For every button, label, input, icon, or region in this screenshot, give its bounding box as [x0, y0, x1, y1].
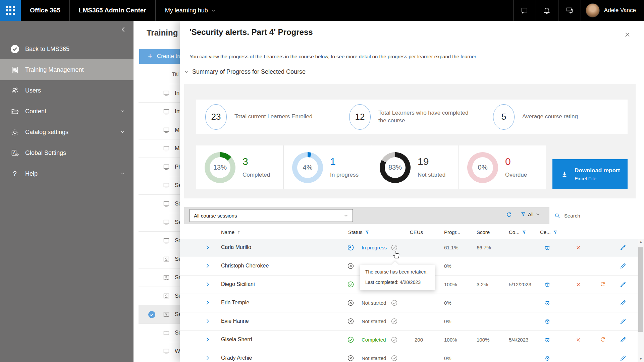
cell-completed-date: 5/4/2023 [509, 337, 528, 343]
top-bar: Office 365 LMS365 Admin Center My learni… [0, 0, 644, 21]
column-progress[interactable]: Progr... [444, 229, 460, 235]
edit-pencil-icon[interactable] [619, 355, 627, 362]
mark-completed-toggle-icon[interactable] [390, 354, 398, 362]
remove-x-icon[interactable] [575, 244, 582, 251]
learner-name: Evie Hanne [221, 318, 249, 324]
table-header: Name Status CEUs Progr... Score Co... Ce… [180, 227, 638, 239]
tooltip-line-2: Last completed: 4/28/2023 [365, 280, 430, 285]
sidebar-item-training-management[interactable]: Training Management [0, 59, 133, 80]
sidebar-item-help[interactable]: ? Help [0, 163, 133, 184]
column-status[interactable]: Status [348, 229, 370, 235]
view-progress-eye-icon[interactable] [544, 355, 551, 362]
stat-card-total-current-learners-enrolled: 23 Total current Learners Enrolled [196, 100, 340, 134]
vertical-scrollbar[interactable]: ▲ ▼ [638, 239, 644, 362]
cell-progress: 61.1% [444, 245, 459, 250]
mark-completed-toggle-icon[interactable] [390, 299, 398, 307]
course-sessions-dropdown[interactable]: All course sessions [190, 209, 353, 222]
sidebar-item-global-settings[interactable]: A Global Settings [0, 142, 133, 163]
filter-funnel-icon [520, 211, 526, 217]
row-expander-chevron-icon[interactable] [204, 299, 211, 306]
edit-pencil-icon[interactable] [619, 244, 627, 251]
stat-label: Total Learners who have completed the co… [378, 109, 472, 124]
remove-x-icon[interactable] [575, 337, 582, 343]
view-progress-eye-icon[interactable] [544, 336, 551, 344]
sidebar-item-users[interactable]: Users [0, 80, 133, 101]
row-expander-chevron-icon[interactable] [204, 318, 211, 324]
download-report-button[interactable]: Download report Excel File [552, 159, 628, 189]
retaken-tooltip: The course has been retaken. Last comple… [360, 265, 435, 290]
retake-redo-icon[interactable] [599, 336, 606, 343]
edit-pencil-icon[interactable] [619, 262, 627, 270]
learner-row-grady-archie[interactable]: Grady Archie Not started0% [180, 349, 638, 362]
donut-count: 0 [505, 157, 527, 167]
sidebar-item-back-to-lms365[interactable]: Back to LMS365 [0, 39, 133, 59]
column-name[interactable]: Name [221, 229, 241, 235]
chat-button[interactable] [514, 0, 536, 21]
monitor-icon [162, 181, 170, 189]
summary-panel: 23 Total current Learners Enrolled 12 To… [184, 84, 636, 198]
donut-label: In progress [330, 172, 359, 178]
remove-x-icon[interactable] [575, 281, 582, 288]
office-365-link[interactable]: Office 365 [21, 7, 69, 14]
modal-description: You can view the progress of the Learner… [190, 54, 477, 59]
cell-ceus: 200 [394, 337, 423, 343]
edit-pencil-icon[interactable] [619, 299, 627, 307]
chevron-down-icon [120, 130, 125, 134]
view-progress-eye-icon[interactable] [544, 244, 551, 251]
sidebar-item-catalog-settings[interactable]: Catalog settings [0, 122, 133, 142]
column-ceus[interactable]: CEUs [394, 229, 423, 235]
row-expander-chevron-icon[interactable] [204, 262, 211, 269]
filter-funnel-icon[interactable] [365, 230, 370, 235]
learner-row-evie-hanne[interactable]: Evie Hanne Not started0% [180, 312, 638, 331]
retake-redo-icon[interactable] [599, 281, 606, 288]
donut-percent: 4% [303, 164, 313, 171]
refresh-button[interactable] [505, 212, 513, 219]
donut-percent: 83% [388, 164, 402, 171]
column-header-title: Titl [172, 71, 178, 77]
summary-expander[interactable]: Summary of Progress for Selected Course [184, 68, 306, 75]
view-progress-eye-icon[interactable] [544, 281, 551, 288]
search-box [549, 207, 644, 224]
filter-funnel-icon[interactable] [522, 230, 527, 235]
filter-funnel-icon[interactable] [553, 230, 558, 235]
monitor-icon [162, 144, 170, 153]
learning-hub-menu[interactable]: My learning hub [156, 7, 225, 14]
view-progress-eye-icon[interactable] [544, 299, 551, 307]
column-score[interactable]: Score [477, 229, 490, 235]
admin-center-link[interactable]: LMS365 Admin Center [70, 7, 155, 14]
learner-row-erin-temple[interactable]: Erin Temple Not started0% [180, 294, 638, 312]
search-input[interactable] [564, 213, 639, 219]
close-icon[interactable] [623, 30, 632, 39]
learner-row-gisela-sherri[interactable]: Gisela Sherri Completed200100%100%5/4/20… [180, 331, 638, 349]
chevron-down-icon [120, 171, 125, 176]
mark-completed-toggle-icon[interactable] [390, 317, 398, 325]
row-expander-chevron-icon[interactable] [204, 281, 211, 288]
notifications-button[interactable] [536, 0, 558, 21]
app-launcher-icon[interactable] [0, 0, 21, 21]
edit-pencil-icon[interactable] [619, 281, 627, 288]
sidebar-collapse-button[interactable] [119, 25, 127, 34]
status-filter-menu[interactable]: All [520, 211, 540, 217]
learner-row-carla-murillo[interactable]: Carla Murillo In progress61.1%66.7% [180, 239, 638, 257]
column-completed[interactable]: Co... [509, 229, 527, 235]
search-icon [554, 213, 560, 219]
column-certificate[interactable]: Ce... [540, 229, 558, 235]
stat-value-circle: 23 [205, 104, 227, 130]
scroll-up-arrow[interactable]: ▲ [638, 239, 644, 245]
feedback-button[interactable] [558, 0, 581, 21]
row-expander-chevron-icon[interactable] [204, 244, 211, 251]
edit-pencil-icon[interactable] [619, 336, 627, 344]
person-icon [162, 292, 170, 300]
scrollbar-thumb[interactable] [638, 247, 643, 332]
cell-progress: 100% [444, 282, 457, 287]
scroll-down-arrow[interactable]: ▼ [638, 356, 644, 362]
edit-pencil-icon[interactable] [619, 318, 627, 325]
sidebar-item-label: Users [25, 87, 41, 94]
account-menu[interactable]: Adele Vance [581, 3, 644, 17]
stat-card-total-learners-who-have-completed-the-course: 12 Total Learners who have completed the… [340, 100, 484, 134]
view-progress-eye-icon[interactable] [544, 318, 551, 325]
row-expander-chevron-icon[interactable] [204, 336, 211, 343]
cell-progress: 0% [444, 318, 451, 324]
sidebar-item-content[interactable]: Content [0, 101, 133, 122]
row-expander-chevron-icon[interactable] [204, 355, 211, 361]
